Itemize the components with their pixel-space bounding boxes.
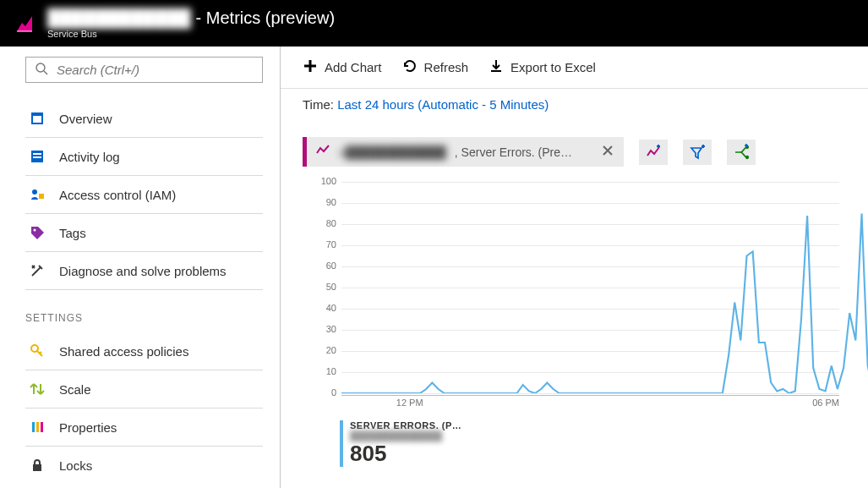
x-tick-label: 06 PM: [812, 398, 839, 408]
export-label: Export to Excel: [510, 60, 596, 74]
sidebar-item-properties[interactable]: Properties: [25, 408, 263, 447]
svg-point-9: [34, 229, 36, 232]
sidebar-item-label: Access control (IAM): [59, 188, 176, 202]
line-chart-icon: [315, 143, 330, 161]
sidebar-item-label: Overview: [59, 112, 112, 126]
y-tick-label: 10: [326, 366, 336, 376]
svg-point-0: [36, 63, 45, 72]
export-button[interactable]: Export to Excel: [489, 58, 596, 76]
sidebar-item-label: Properties: [59, 420, 117, 435]
svg-line-1: [44, 71, 47, 74]
search-icon: [35, 62, 48, 78]
y-tick-label: 60: [326, 260, 336, 271]
metric-chip-close[interactable]: [600, 143, 615, 161]
toolbar: Add Chart Refresh Export to Excel: [281, 47, 868, 89]
sidebar-item-label: Locks: [59, 458, 92, 473]
sidebar-item-label: Activity log: [59, 150, 120, 164]
chart-legend[interactable]: SERVER ERRORS. (P… ██████████████ 805: [340, 420, 846, 467]
sidebar-item-shared-access-policies[interactable]: Shared access policies: [25, 332, 263, 370]
svg-rect-6: [33, 156, 41, 158]
key-icon: [29, 343, 46, 359]
lock-icon: [29, 457, 46, 474]
sidebar-item-label: Shared access policies: [59, 344, 188, 359]
sidebar-item-access-control[interactable]: Access control (IAM): [25, 176, 263, 214]
y-tick-label: 0: [331, 387, 336, 398]
add-chart-label: Add Chart: [325, 60, 382, 74]
properties-icon: [29, 419, 46, 436]
metric-chip-label: , Server Errors. (Pre…: [455, 145, 572, 159]
refresh-label: Refresh: [424, 60, 469, 74]
sidebar-item-label: Tags: [59, 226, 86, 240]
sidebar-item-label: Scale: [59, 382, 91, 397]
sidebar-item-diagnose[interactable]: Diagnose and solve problems: [25, 252, 263, 290]
add-grouping-button[interactable]: [727, 140, 756, 165]
y-tick-label: 70: [326, 239, 336, 249]
time-range-row: Time: Last 24 hours (Automatic - 5 Minut…: [281, 89, 868, 120]
page-subtitle: Service Bus: [47, 29, 335, 39]
svg-rect-3: [32, 113, 42, 116]
y-tick-label: 50: [326, 282, 336, 292]
activity-log-icon: [29, 148, 46, 165]
svg-rect-12: [36, 422, 39, 432]
legend-subtitle: ██████████████: [350, 430, 846, 441]
metric-chip-prefix: a████████████: [339, 145, 446, 159]
time-label: Time:: [303, 97, 337, 112]
plus-icon: [303, 58, 318, 76]
sidebar-item-label: Diagnose and solve problems: [59, 264, 227, 278]
settings-header: SETTINGS: [25, 312, 263, 324]
svg-rect-14: [33, 464, 41, 471]
search-input[interactable]: [57, 63, 254, 77]
y-tick-label: 100: [321, 176, 336, 186]
sidebar-item-locks[interactable]: Locks: [25, 447, 263, 484]
legend-title: SERVER ERRORS. (P…: [350, 420, 846, 430]
refresh-button[interactable]: Refresh: [402, 58, 469, 76]
y-tick-label: 90: [326, 197, 336, 207]
add-metric-button[interactable]: [639, 140, 668, 165]
sidebar-item-scale[interactable]: Scale: [25, 370, 263, 408]
overview-icon: [29, 110, 46, 127]
sidebar-item-tags[interactable]: Tags: [25, 214, 263, 252]
svg-rect-11: [32, 422, 35, 432]
y-tick-label: 40: [326, 303, 336, 313]
svg-rect-13: [41, 422, 43, 432]
sidebar: Overview Activity log Access control (IA…: [0, 47, 281, 488]
chart-series-line: [341, 214, 868, 394]
access-control-icon: [29, 186, 46, 203]
svg-rect-5: [33, 153, 41, 155]
sidebar-item-activity-log[interactable]: Activity log: [25, 138, 263, 176]
y-tick-label: 30: [326, 324, 336, 334]
y-tick-label: 80: [326, 218, 336, 228]
metrics-logo-icon: [15, 14, 34, 33]
y-tick-label: 20: [326, 345, 336, 355]
page-title: ████████████ - Metrics (preview): [47, 8, 335, 27]
sidebar-item-overview[interactable]: Overview: [25, 100, 263, 138]
legend-value: 805: [350, 441, 846, 467]
tags-icon: [29, 224, 46, 241]
scale-icon: [29, 381, 46, 398]
add-chart-button[interactable]: Add Chart: [303, 58, 382, 76]
svg-rect-8: [39, 194, 44, 199]
svg-point-7: [32, 189, 37, 195]
svg-point-16: [746, 156, 749, 158]
metric-chip[interactable]: a████████████ , Server Errors. (Pre…: [303, 137, 624, 167]
x-tick-label: 12 PM: [396, 398, 423, 408]
download-icon: [489, 58, 504, 76]
time-range-selector[interactable]: Last 24 hours (Automatic - 5 Minutes): [337, 97, 549, 112]
diagnose-icon: [29, 262, 46, 279]
search-box[interactable]: [25, 57, 263, 83]
add-filter-button[interactable]: [683, 140, 712, 165]
refresh-icon: [402, 58, 418, 76]
chart: 0102030405060708090100 12 PM06 PM: [308, 182, 846, 419]
